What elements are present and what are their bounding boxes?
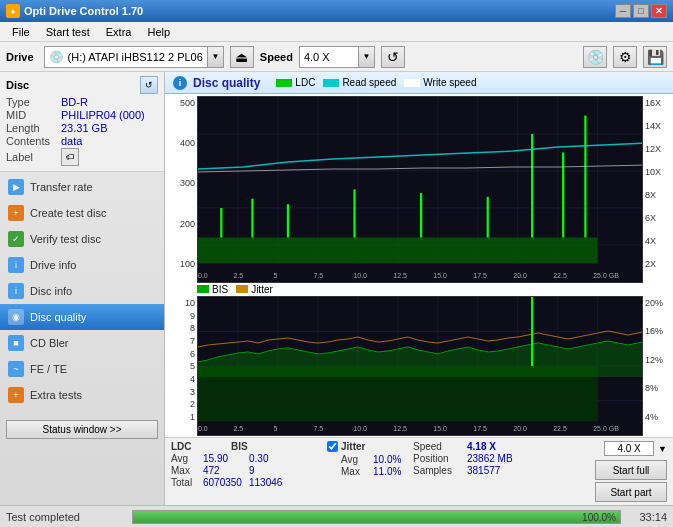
speed-test-selector[interactable]: 4.0 X xyxy=(604,441,654,456)
sidebar-item-disc-quality[interactable]: ◉ Disc quality xyxy=(0,304,164,330)
content-header-icon: i xyxy=(173,76,187,90)
length-field-value: 23.31 GB xyxy=(61,122,158,134)
svg-text:5: 5 xyxy=(273,272,277,279)
sidebar-item-verify-test-disc[interactable]: ✓ Verify test disc xyxy=(0,226,164,252)
speed-selector[interactable]: 4.0 X xyxy=(299,46,359,68)
status-window-button[interactable]: Status window >> xyxy=(6,420,158,439)
svg-rect-14 xyxy=(198,237,598,263)
total-label: Total xyxy=(171,477,199,488)
y-bottom-8: 8 xyxy=(167,323,195,333)
menu-help[interactable]: Help xyxy=(139,24,178,40)
mid-field-label: MID xyxy=(6,109,61,121)
svg-text:12.5: 12.5 xyxy=(393,272,407,279)
content-area: i Disc quality LDC Read speed Write spee… xyxy=(165,72,673,505)
y-bottom-4: 4 xyxy=(167,374,195,384)
legend-bis-color xyxy=(197,285,209,293)
total-bis-value: 113046 xyxy=(249,477,282,488)
menu-bar: File Start test Extra Help xyxy=(0,22,673,42)
drive-dropdown-arrow[interactable]: ▼ xyxy=(208,46,224,68)
sidebar-item-transfer-rate[interactable]: ▶ Transfer rate xyxy=(0,174,164,200)
legend-jitter-color xyxy=(236,285,248,293)
jitter-header: Jitter xyxy=(341,441,365,452)
y-top-300: 300 xyxy=(167,178,195,188)
sidebar-item-cd-bler[interactable]: ■ CD Bler xyxy=(0,330,164,356)
total-ldc-value: 6070350 xyxy=(203,477,245,488)
legend-ldc: LDC xyxy=(276,77,315,88)
jitter-max-label: Max xyxy=(341,466,369,477)
y-bottom-5: 5 xyxy=(167,361,195,371)
legend-read-speed-color xyxy=(323,79,339,87)
content-header: i Disc quality LDC Read speed Write spee… xyxy=(165,72,673,94)
ldc-header: LDC xyxy=(171,441,201,452)
cd-bler-icon: ■ xyxy=(8,335,24,351)
start-part-button[interactable]: Start part xyxy=(595,482,667,502)
progress-bar-fill xyxy=(133,511,620,523)
samples-label: Samples xyxy=(413,465,463,476)
disc-refresh-button[interactable]: ↺ xyxy=(140,76,158,94)
jitter-checkbox[interactable] xyxy=(327,441,338,452)
y-bottom-9: 9 xyxy=(167,311,195,321)
status-text: Test completed xyxy=(6,511,126,523)
maximize-button[interactable]: □ xyxy=(633,4,649,18)
drive-selector[interactable]: 💿 (H:) ATAPI iHBS112 2 PL06 xyxy=(44,46,208,68)
verify-test-disc-icon: ✓ xyxy=(8,231,24,247)
svg-text:17.5: 17.5 xyxy=(473,272,487,279)
refresh-button[interactable]: ↺ xyxy=(381,46,405,68)
main-area: Disc ↺ Type BD-R MID PHILIPR04 (000) Len… xyxy=(0,72,673,505)
y-bottom-2: 2 xyxy=(167,399,195,409)
settings-button[interactable]: ⚙ xyxy=(613,46,637,68)
svg-text:22.5: 22.5 xyxy=(553,425,567,432)
type-field-value: BD-R xyxy=(61,96,158,108)
sidebar: Disc ↺ Type BD-R MID PHILIPR04 (000) Len… xyxy=(0,72,165,505)
y-right-16pct: 16% xyxy=(645,326,671,336)
time-display: 33:14 xyxy=(627,511,667,523)
y-right-12x: 12X xyxy=(645,144,671,154)
max-ldc-value: 472 xyxy=(203,465,245,476)
svg-rect-19 xyxy=(420,193,422,237)
length-field-label: Length xyxy=(6,122,61,134)
svg-text:10.0: 10.0 xyxy=(353,425,367,432)
avg-ldc-value: 15.90 xyxy=(203,453,245,464)
legend-bis: BIS xyxy=(197,284,228,295)
title-bar: ● Opti Drive Control 1.70 ─ □ ✕ xyxy=(0,0,673,22)
disc-info-icon: i xyxy=(8,283,24,299)
drive-value: (H:) ATAPI iHBS112 2 PL06 xyxy=(68,51,203,63)
svg-text:17.5: 17.5 xyxy=(473,425,487,432)
legend-write-speed: Write speed xyxy=(404,77,476,88)
svg-text:25.0 GB: 25.0 GB xyxy=(593,425,619,432)
extra-tests-icon: + xyxy=(8,387,24,403)
menu-extra[interactable]: Extra xyxy=(98,24,140,40)
app-icon: ● xyxy=(6,4,20,18)
position-label: Position xyxy=(413,453,463,464)
svg-text:10.0: 10.0 xyxy=(353,272,367,279)
close-button[interactable]: ✕ xyxy=(651,4,667,18)
fe-te-icon: ~ xyxy=(8,361,24,377)
sidebar-item-extra-tests[interactable]: + Extra tests xyxy=(0,382,164,408)
sidebar-item-create-test-disc[interactable]: + Create test disc xyxy=(0,200,164,226)
top-chart-svg: 0.0 2.5 5 7.5 10.0 12.5 15.0 17.5 20.0 2… xyxy=(198,97,642,282)
max-label: Max xyxy=(171,465,199,476)
y-top-100: 100 xyxy=(167,259,195,269)
svg-text:12.5: 12.5 xyxy=(393,425,407,432)
sidebar-item-fe-te[interactable]: ~ FE / TE xyxy=(0,356,164,382)
minimize-button[interactable]: ─ xyxy=(615,4,631,18)
y-top-500: 500 xyxy=(167,98,195,108)
label-icon-button[interactable]: 🏷 xyxy=(61,148,79,166)
type-field-label: Type xyxy=(6,96,61,108)
progress-percentage: 100.0% xyxy=(582,511,616,522)
menu-file[interactable]: File xyxy=(4,24,38,40)
y-top-200: 200 xyxy=(167,219,195,229)
bottom-chart-svg: 0.0 2.5 5 7.5 10.0 12.5 15.0 17.5 20.0 2… xyxy=(198,297,642,435)
start-full-button[interactable]: Start full xyxy=(595,460,667,480)
svg-text:25.0 GB: 25.0 GB xyxy=(593,272,619,279)
contents-field-value: data xyxy=(61,135,158,147)
speed-dropdown-arrow[interactable]: ▼ xyxy=(359,46,375,68)
save-button[interactable]: 💾 xyxy=(643,46,667,68)
eject-button[interactable]: ⏏ xyxy=(230,46,254,68)
disc-icon-button[interactable]: 💿 xyxy=(583,46,607,68)
sidebar-item-disc-info[interactable]: i Disc info xyxy=(0,278,164,304)
legend-read-speed: Read speed xyxy=(323,77,396,88)
svg-rect-15 xyxy=(220,208,222,238)
sidebar-item-drive-info[interactable]: i Drive info xyxy=(0,252,164,278)
menu-start-test[interactable]: Start test xyxy=(38,24,98,40)
